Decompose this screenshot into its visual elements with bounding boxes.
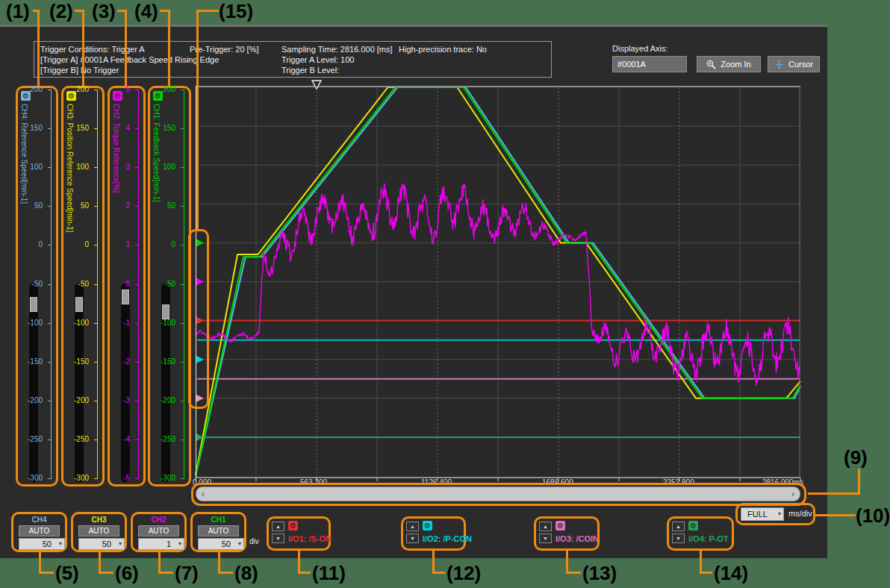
sampling-time-text: Sampling Time: 2816.000 [ms] [281, 45, 393, 54]
axis-tick [181, 90, 184, 90]
axis-tick-label: -5 [109, 474, 130, 482]
axis-tick [135, 206, 139, 207]
axis-tick-label: -100 [68, 319, 89, 327]
axis-tick [94, 362, 98, 363]
io-move-up-button[interactable]: ▲ [272, 522, 284, 531]
channel-name-label: CH2 [133, 516, 184, 524]
axis-tick-label: -1 [109, 319, 130, 327]
axis-tick-label: 0 [155, 240, 175, 248]
axis-tick [135, 401, 139, 401]
axis-tick-label: -300 [68, 474, 89, 482]
axis-scroll-thumb[interactable] [75, 297, 83, 312]
callout-connector [218, 572, 233, 574]
auto-scale-button[interactable]: AUTO [138, 525, 179, 537]
ms-div-label: ms/div [788, 509, 812, 518]
auto-scale-button[interactable]: AUTO [19, 525, 60, 537]
io-settings-gear-icon[interactable]: ⚙ [288, 521, 298, 531]
cursor-button[interactable]: Cursor [768, 56, 820, 72]
axis-tick [48, 284, 52, 285]
scale-per-div-value: 50 [43, 539, 52, 548]
callout-label: (3) [92, 0, 116, 23]
axis-scroll-track[interactable] [29, 284, 38, 482]
callout-connector [566, 572, 581, 574]
cursor-label: Cursor [788, 60, 813, 69]
axis-tick-label: 150 [22, 124, 43, 132]
axis-tick [135, 362, 139, 363]
axis-tick [181, 206, 184, 207]
callout-connector [808, 492, 858, 495]
axis-tick [181, 323, 184, 324]
io-move-down-button[interactable]: ▼ [539, 534, 552, 543]
axis-tick [94, 478, 98, 479]
trigger-b-text: [Trigger B] No Trigger [40, 66, 119, 75]
channel-scale-group-ch2: CH2AUTO1▾ [131, 512, 187, 552]
axis-tick-label: -50 [68, 280, 89, 288]
callout-connector [39, 572, 54, 574]
io-settings-gear-icon[interactable]: ⚙ [423, 521, 432, 531]
io-move-down-button[interactable]: ▼ [406, 534, 419, 543]
callout-label: (8) [234, 562, 258, 585]
io-settings-gear-icon[interactable]: ⚙ [688, 521, 698, 531]
io-move-up-button[interactable]: ▲ [672, 522, 685, 531]
axis-tick-label: -3 [109, 396, 130, 404]
scale-per-div-select[interactable]: 50▾ [198, 538, 244, 550]
io-move-up-button[interactable]: ▲ [539, 522, 552, 531]
axis-tick-label: -200 [22, 396, 43, 404]
scale-per-div-select[interactable]: 50▾ [78, 538, 125, 550]
axis-tick-label: 100 [68, 163, 89, 171]
scale-per-div-select[interactable]: 1▾ [138, 538, 184, 550]
axis-scroll-track[interactable] [121, 284, 130, 482]
axis-tick [181, 440, 184, 440]
high-precision-text: High-precision trace: No [399, 45, 487, 54]
channel-axis-title: CH1: Feedback Speed[min-1] [152, 104, 161, 202]
time-scrollbar[interactable]: ‹› [196, 487, 800, 501]
scrollbar-left-arrow[interactable]: ‹ [202, 489, 205, 499]
axis-tick-label: 3 [109, 163, 130, 171]
io-move-down-button[interactable]: ▼ [672, 534, 685, 543]
callout-connector [168, 10, 170, 86]
axis-tick [135, 128, 139, 129]
axis-tick [48, 478, 52, 479]
callout-connector [99, 572, 113, 574]
axis-scroll-thumb[interactable] [30, 297, 37, 312]
axis-tick [181, 167, 184, 168]
displayed-axis-input[interactable]: #0001A [612, 56, 687, 72]
axis-tick-label: 0 [68, 240, 89, 248]
axis-tick [48, 128, 52, 129]
axis-scroll-track[interactable] [75, 284, 84, 482]
io-move-up-button[interactable]: ▲ [406, 522, 419, 531]
auto-scale-button[interactable]: AUTO [78, 525, 119, 537]
axis-tick [181, 284, 184, 285]
axis-tick [48, 401, 52, 401]
time-div-select[interactable]: FULL▾ [741, 507, 784, 521]
channel-scale-group-ch1: CH1AUTO50▾ [190, 512, 246, 552]
axis-tick [181, 401, 184, 401]
axis-scroll-thumb[interactable] [122, 290, 129, 304]
axis-tick-label: -300 [155, 474, 175, 482]
callout-label: (14) [714, 562, 748, 585]
chevron-down-icon: ▾ [238, 540, 241, 547]
zoom-in-button[interactable]: Zoom In [697, 56, 761, 72]
axis-tick [135, 167, 139, 168]
scale-per-div-value: 50 [102, 539, 111, 548]
chevron-down-icon: ▾ [778, 510, 781, 517]
callout-label: (13) [582, 562, 617, 585]
axis-tick-label: -250 [155, 435, 175, 443]
io-move-down-button[interactable]: ▼ [272, 534, 284, 543]
axis-tick-label: -4 [109, 435, 130, 443]
axis-tick [94, 128, 98, 129]
io-signal-label: I/O1: /S-ON [288, 534, 332, 543]
axis-tick [48, 362, 52, 363]
axis-tick-label: 200 [22, 85, 43, 93]
axis-scroll-thumb[interactable] [162, 304, 169, 319]
channel-scale-group-ch4: CH4AUTO50▾ [11, 512, 67, 552]
axis-tick [94, 245, 98, 245]
auto-scale-button[interactable]: AUTO [198, 525, 239, 537]
scrollbar-right-arrow[interactable]: › [791, 489, 794, 499]
callout-label: (12) [446, 562, 481, 585]
scale-per-div-select[interactable]: 50▾ [19, 538, 65, 550]
callout-connector [432, 551, 435, 574]
io-settings-gear-icon[interactable]: ⚙ [556, 521, 565, 531]
displayed-axis-label: Displayed Axis: [612, 44, 668, 53]
axis-tick-label: 0 [22, 240, 43, 248]
